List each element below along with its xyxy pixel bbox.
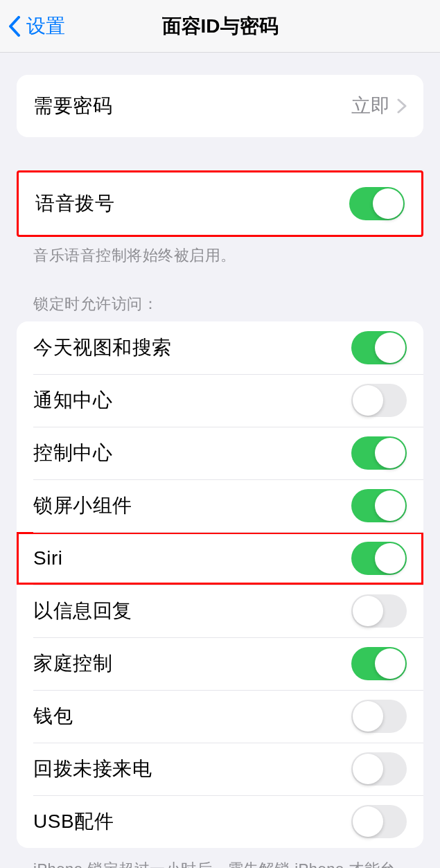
toggle-switch[interactable] — [351, 384, 407, 417]
row-label: 以信息回复 — [33, 598, 132, 624]
back-button[interactable]: 设置 — [8, 13, 65, 39]
toggle-knob — [373, 188, 403, 219]
row-label: USB配件 — [33, 808, 114, 835]
lock-access-row: 通知中心 — [17, 374, 423, 427]
row-value: 立即 — [351, 93, 390, 119]
lock-access-row: 回拨未接来电 — [17, 743, 423, 795]
toggle-knob — [353, 754, 383, 784]
require-passcode-row[interactable]: 需要密码 立即 — [17, 75, 423, 137]
toggle-switch[interactable] — [351, 542, 407, 575]
row-label: 今天视图和搜索 — [33, 335, 172, 361]
lock-access-row: USB配件 — [17, 795, 423, 848]
lock-access-group: 今天视图和搜索通知中心控制中心锁屏小组件Siri以信息回复家庭控制钱包回拨未接来… — [17, 321, 423, 848]
voice-dial-group: 语音拨号 — [17, 170, 423, 237]
row-label: 控制中心 — [33, 440, 112, 466]
row-label: 需要密码 — [33, 93, 112, 119]
toggle-knob — [353, 596, 383, 626]
toggle-switch[interactable] — [351, 752, 407, 786]
lock-access-footer: iPhone 锁定超过一小时后，需先解锁 iPhone 才能允许USB 配件连接… — [17, 848, 423, 868]
toggle-knob — [375, 438, 405, 468]
toggle-switch[interactable] — [351, 436, 407, 470]
toggle-switch[interactable] — [351, 647, 407, 680]
voice-dial-toggle[interactable] — [349, 187, 405, 220]
require-passcode-group: 需要密码 立即 — [17, 75, 423, 137]
toggle-knob — [353, 385, 383, 416]
toggle-knob — [353, 701, 383, 732]
voice-dial-footer: 音乐语音控制将始终被启用。 — [17, 237, 423, 266]
toggle-switch[interactable] — [351, 489, 407, 522]
lock-access-row: 家庭控制 — [17, 637, 423, 690]
lock-access-row: 以信息回复 — [17, 585, 423, 637]
lock-access-row: Siri — [17, 532, 423, 585]
lock-access-row: 钱包 — [17, 690, 423, 743]
row-label: 锁屏小组件 — [33, 493, 132, 519]
back-label: 设置 — [26, 13, 65, 39]
toggle-switch[interactable] — [351, 805, 407, 838]
toggle-switch[interactable] — [351, 700, 407, 733]
row-label: 通知中心 — [33, 387, 112, 414]
toggle-knob — [375, 543, 405, 574]
row-value-wrap: 立即 — [351, 93, 407, 119]
lock-access-row: 控制中心 — [17, 427, 423, 479]
lock-access-row: 锁屏小组件 — [17, 479, 423, 532]
navigation-bar: 设置 面容ID与密码 — [0, 0, 440, 53]
toggle-switch[interactable] — [351, 594, 407, 628]
toggle-knob — [375, 648, 405, 679]
page-title: 面容ID与密码 — [162, 13, 279, 39]
voice-dial-row: 语音拨号 — [19, 172, 421, 235]
toggle-knob — [375, 490, 405, 521]
lock-access-header: 锁定时允许访问： — [17, 266, 423, 321]
lock-access-row: 今天视图和搜索 — [17, 321, 423, 374]
row-label: Siri — [33, 547, 62, 569]
chevron-left-icon — [8, 16, 21, 37]
chevron-right-icon — [397, 98, 407, 114]
row-label: 语音拨号 — [35, 191, 114, 217]
toggle-knob — [353, 806, 383, 837]
toggle-knob — [375, 333, 405, 363]
toggle-switch[interactable] — [351, 331, 407, 364]
row-label: 家庭控制 — [33, 650, 112, 677]
row-label: 回拨未接来电 — [33, 756, 152, 782]
row-label: 钱包 — [33, 703, 73, 729]
